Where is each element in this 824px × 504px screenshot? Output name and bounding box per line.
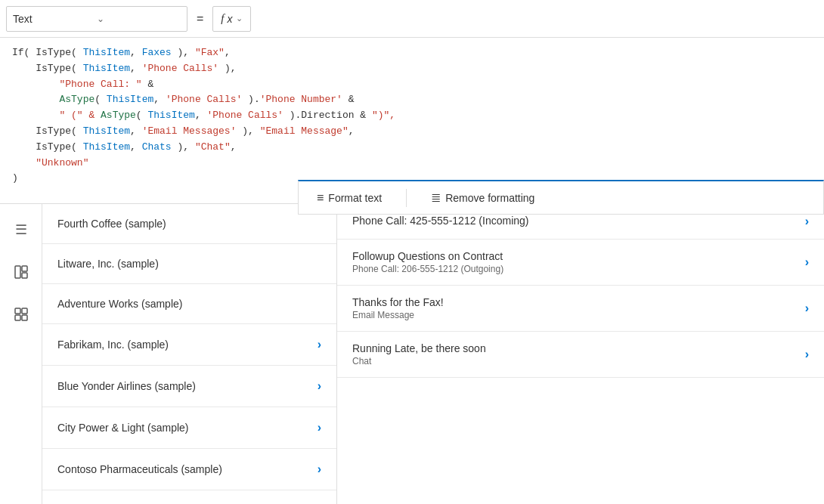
chevron-right-icon: › [318, 379, 321, 393]
list-item-label: City Power & Light (sample) [57, 422, 189, 434]
svg-rect-1 [22, 266, 27, 271]
right-item-title: Thanks for the Fax! [352, 296, 805, 308]
svg-rect-3 [15, 308, 20, 314]
list-item[interactable]: Fabrikam, Inc. (sample)› [42, 324, 336, 366]
code-line: IsType( ThisItem, 'Phone Calls' ), [12, 61, 812, 77]
field-label: Text [13, 13, 97, 25]
code-line: AsType( ThisItem, 'Phone Calls' ).'Phone… [12, 92, 812, 108]
list-item-label: Litware, Inc. (sample) [57, 258, 159, 270]
format-text-icon: ≡ [317, 191, 324, 205]
remove-formatting-label: Remove formatting [445, 192, 534, 204]
chevron-right-icon: › [805, 215, 809, 228]
list-item-label: Fabrikam, Inc. (sample) [57, 339, 169, 351]
chevron-right-icon: › [318, 338, 321, 351]
chevron-right-icon: › [805, 301, 809, 315]
list-item[interactable]: Fourth Coffee (sample) [42, 204, 336, 244]
right-panel: Phone Call: 425-555-1212 (Incoming)›Foll… [337, 204, 824, 504]
fx-label: x [228, 13, 233, 25]
code-line: If( IsType( ThisItem, Faxes ), "Fax", [12, 45, 812, 61]
list-item[interactable]: Adventure Works (sample) [42, 284, 336, 324]
fx-chevron-icon: ⌄ [236, 14, 243, 23]
format-text-label: Format text [328, 192, 382, 204]
right-item-title: Phone Call: 425-555-1212 (Incoming) [352, 215, 805, 227]
right-item-title: Followup Questions on Contract [352, 250, 805, 262]
chevron-right-icon: › [318, 421, 321, 434]
chevron-down-icon: ⌄ [97, 14, 181, 24]
side-icons: ☰ [0, 204, 42, 504]
grid-icon[interactable] [8, 301, 35, 328]
left-panel: Fourth Coffee (sample)Litware, Inc. (sam… [42, 204, 337, 504]
right-item-content: Running Late, be there soonChat [352, 342, 805, 366]
list-item[interactable]: Alpine Ski House (sample)› [42, 490, 336, 504]
remove-formatting-button[interactable]: ≣ Remove formatting [425, 187, 541, 208]
toolbar-divider [406, 189, 407, 207]
right-list-item[interactable]: Thanks for the Fax!Email Message› [337, 286, 824, 332]
fx-button[interactable]: fx ⌄ [212, 6, 250, 32]
panels-row: ☰ Fourth Coffee (sample)Litware, Inc. (s… [0, 204, 824, 504]
chevron-right-icon: › [318, 462, 321, 476]
layers-icon[interactable] [8, 258, 35, 286]
format-toolbar: ≡ Format text ≣ Remove formatting [298, 180, 824, 215]
right-item-subtitle: Chat [352, 356, 805, 366]
list-item-label: Blue Yonder Airlines (sample) [57, 380, 196, 392]
code-line: " (" & AsType( ThisItem, 'Phone Calls' )… [12, 108, 812, 124]
svg-rect-6 [22, 315, 27, 320]
right-list-item[interactable]: Followup Questions on ContractPhone Call… [337, 240, 824, 286]
code-line: "Unknown" [12, 156, 812, 172]
svg-rect-5 [15, 315, 20, 320]
fx-icon: f [221, 12, 224, 25]
right-item-content: Phone Call: 425-555-1212 (Incoming) [352, 215, 805, 228]
list-item[interactable]: Contoso Pharmaceuticals (sample)› [42, 449, 336, 490]
equals-sign: = [194, 12, 206, 26]
list-item[interactable]: Litware, Inc. (sample) [42, 244, 336, 284]
code-line: IsType( ThisItem, 'Email Messages' ), "E… [12, 124, 812, 140]
code-line: "Phone Call: " & [12, 77, 812, 93]
right-item-title: Running Late, be there soon [352, 342, 805, 354]
list-item[interactable]: City Power & Light (sample)› [42, 407, 336, 449]
code-editor[interactable]: If( IsType( ThisItem, Faxes ), "Fax", Is… [0, 38, 824, 204]
field-selector[interactable]: Text ⌄ [6, 6, 187, 32]
chevron-right-icon: › [805, 255, 809, 269]
right-item-subtitle: Phone Call: 206-555-1212 (Outgoing) [352, 264, 805, 274]
svg-rect-0 [15, 266, 20, 278]
list-item[interactable]: Blue Yonder Airlines (sample)› [42, 366, 336, 407]
right-item-content: Followup Questions on ContractPhone Call… [352, 250, 805, 274]
format-text-button[interactable]: ≡ Format text [311, 188, 388, 208]
right-item-content: Thanks for the Fax!Email Message [352, 296, 805, 320]
svg-rect-2 [22, 273, 27, 278]
list-item-label: Contoso Pharmaceuticals (sample) [57, 463, 222, 475]
menu-icon[interactable]: ☰ [8, 216, 35, 243]
right-list-item[interactable]: Running Late, be there soonChat› [337, 332, 824, 378]
remove-formatting-icon: ≣ [431, 190, 441, 205]
chevron-right-icon: › [805, 348, 809, 361]
right-item-subtitle: Email Message [352, 310, 805, 320]
top-bar: Text ⌄ = fx ⌄ [0, 0, 824, 38]
svg-rect-4 [22, 308, 27, 314]
list-item-label: Adventure Works (sample) [57, 298, 182, 310]
code-line: IsType( ThisItem, Chats ), "Chat", [12, 140, 812, 156]
list-item-label: Fourth Coffee (sample) [57, 218, 166, 230]
